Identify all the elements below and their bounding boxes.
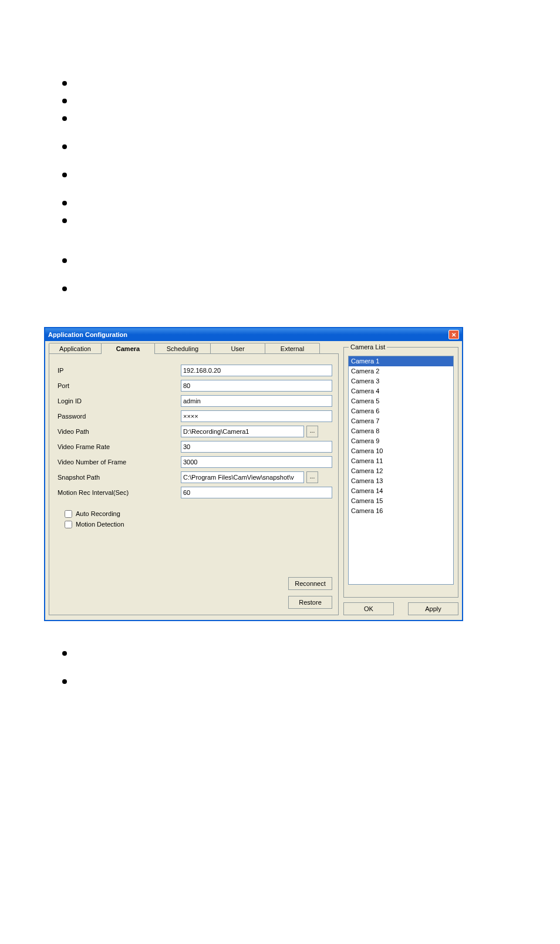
list-item[interactable]: Camera 1 [349,356,453,366]
framerate-input[interactable] [181,441,332,453]
list-item[interactable]: Camera 10 [349,446,453,456]
restore-button[interactable]: Restore [288,596,332,609]
bullet [62,286,67,291]
bullet [62,258,67,263]
tab-external[interactable]: External [265,343,320,354]
snapshot-label: Snapshot Path [58,474,181,481]
snapshot-input[interactable] [181,471,304,483]
bullet [62,201,67,205]
ok-button[interactable]: OK [343,602,394,615]
list-item[interactable]: Camera 7 [349,416,453,426]
password-label: Password [58,413,181,420]
list-item[interactable]: Camera 14 [349,486,453,496]
dialog-body: Application Camera Scheduling User Exter… [45,341,462,620]
list-item[interactable]: Camera 11 [349,456,453,466]
motiondet-label: Motion Detection [76,521,124,528]
list-item[interactable]: Camera 2 [349,366,453,376]
bullet [62,651,67,656]
login-label: Login ID [58,397,181,404]
bullet [62,144,67,149]
motioninterval-label: Motion Rec Interval(Sec) [58,489,181,496]
tab-application[interactable]: Application [49,343,102,354]
camera-tab-content: IP Port Login ID Password Video Path [49,353,339,615]
bottom-button-row: OK Apply [343,602,458,615]
list-item[interactable]: Camera 8 [349,426,453,436]
bullet [62,218,67,223]
bullet-list-top [62,81,67,304]
reconnect-button[interactable]: Reconnect [288,577,332,590]
titlebar: Application Configuration ✕ [45,328,462,341]
list-item[interactable]: Camera 9 [349,436,453,446]
right-panel: Camera List Camera 1 Camera 2 Camera 3 C… [343,343,458,615]
list-item[interactable]: Camera 6 [349,406,453,416]
ip-label: IP [58,367,181,374]
autorec-label: Auto Recording [76,510,120,517]
list-item[interactable]: Camera 5 [349,396,453,406]
snapshot-browse-button[interactable]: ... [306,471,318,483]
tab-camera[interactable]: Camera [101,343,155,354]
password-input[interactable] [181,410,332,422]
bullet [62,679,67,684]
autorec-checkbox[interactable] [65,510,72,518]
list-item[interactable]: Camera 4 [349,386,453,396]
framerate-label: Video Frame Rate [58,443,181,450]
numframe-input[interactable] [181,456,332,468]
close-icon: ✕ [451,332,456,338]
camera-list-title: Camera List [349,343,387,350]
bullet [62,116,67,121]
videopath-browse-button[interactable]: ... [306,426,318,437]
port-input[interactable] [181,380,332,392]
bullet-list-bottom [62,651,67,697]
ip-input[interactable] [181,365,332,376]
list-item[interactable]: Camera 15 [349,496,453,506]
motioninterval-input[interactable] [181,487,332,498]
bullet [62,173,67,177]
list-item[interactable]: Camera 12 [349,466,453,476]
list-item[interactable]: Camera 13 [349,476,453,486]
numframe-label: Video Number of Frame [58,458,181,466]
list-item[interactable]: Camera 16 [349,506,453,516]
tab-strip: Application Camera Scheduling User Exter… [49,343,339,354]
bullet [62,99,67,103]
dialog-title: Application Configuration [48,331,127,338]
port-label: Port [58,382,181,389]
videopath-label: Video Path [58,428,181,435]
list-item[interactable]: Camera 3 [349,376,453,386]
camera-list-group: Camera List Camera 1 Camera 2 Camera 3 C… [343,347,458,598]
apply-button[interactable]: Apply [408,602,458,615]
tab-user[interactable]: User [210,343,265,354]
login-input[interactable] [181,395,332,407]
left-panel: Application Camera Scheduling User Exter… [49,343,339,615]
motiondet-checkbox[interactable] [65,521,72,528]
tab-scheduling[interactable]: Scheduling [154,343,211,354]
close-button[interactable]: ✕ [448,330,459,339]
camera-listbox[interactable]: Camera 1 Camera 2 Camera 3 Camera 4 Came… [348,356,454,585]
application-configuration-dialog: Application Configuration ✕ Application … [44,327,463,621]
bullet [62,81,67,86]
videopath-input[interactable] [181,426,304,437]
